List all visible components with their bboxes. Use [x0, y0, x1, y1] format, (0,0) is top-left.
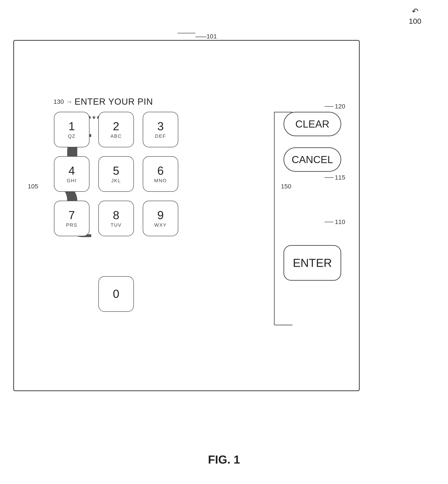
key-3-number: 3	[157, 120, 164, 133]
right-bracket-bottom	[275, 325, 292, 325]
key-5[interactable]: 5 JKL	[98, 156, 134, 192]
outer-box-label-line	[195, 37, 207, 37]
clear-ref-row: 120	[325, 103, 345, 110]
prompt-ref-number: 130	[54, 98, 64, 105]
key-1-number: 1	[69, 120, 75, 133]
key-9[interactable]: 9 WXY	[143, 201, 178, 236]
prompt-ref-row: 130 → ENTER YOUR PIN	[54, 97, 153, 107]
key-7-letters: PRS	[66, 222, 77, 228]
key-4[interactable]: 4 GHI	[54, 156, 89, 192]
enter-ref-number: 110	[335, 218, 345, 226]
clear-button[interactable]: CLEAR	[283, 112, 341, 136]
keypad-grid: 1 QZ 2 ABC 3 DEF 4 GHI 5 JKL 6 MNO 7 PRS	[54, 112, 178, 281]
cancel-button[interactable]: CANCEL	[283, 147, 341, 172]
key-2-letters: ABC	[110, 133, 122, 139]
key-5-number: 5	[113, 164, 120, 177]
right-bracket-vertical	[274, 112, 275, 325]
key-9-letters: WXY	[154, 222, 167, 228]
key-8[interactable]: 8 TUV	[98, 201, 134, 236]
cancel-ref-row: 115	[325, 174, 345, 181]
figure-reference-area: ↶ 100	[409, 7, 421, 25]
key-4-number: 4	[69, 164, 75, 177]
key-9-number: 9	[157, 209, 164, 221]
main-display-box: 130 → ENTER YOUR PIN 125 → ********* { 1…	[13, 40, 360, 391]
key-7[interactable]: 7 PRS	[54, 201, 89, 236]
figure-caption: FIG. 1	[208, 453, 240, 466]
key-3[interactable]: 3 DEF	[143, 112, 178, 147]
key-8-number: 8	[113, 209, 120, 221]
key-6[interactable]: 6 MNO	[143, 156, 178, 192]
key-0[interactable]: 0	[98, 276, 134, 312]
right-bracket-top	[275, 112, 292, 112]
key-2[interactable]: 2 ABC	[98, 112, 134, 147]
key-6-number: 6	[157, 164, 164, 177]
key-7-number: 7	[69, 209, 75, 221]
key-5-letters: JKL	[111, 178, 121, 184]
figure-arrow-icon: ↶	[412, 7, 418, 16]
cancel-ref-number: 115	[335, 174, 345, 181]
outer-box-ref-label: 101	[207, 33, 217, 40]
figure-number: 100	[409, 17, 421, 25]
key-1[interactable]: 1 QZ	[54, 112, 89, 147]
pin-prompt-text: ENTER YOUR PIN	[75, 97, 153, 107]
key-3-letters: DEF	[155, 133, 166, 139]
key-1-letters: QZ	[68, 133, 76, 139]
right-bracket-ref-label: 150	[281, 183, 291, 190]
enter-ref-row: 110	[325, 218, 345, 226]
key-4-letters: GHI	[67, 178, 77, 184]
key-8-letters: TUV	[111, 222, 122, 228]
clear-ref-number: 120	[335, 103, 345, 110]
keypad-ref-label: 105	[28, 183, 38, 190]
prompt-arrow-icon: →	[66, 98, 72, 105]
enter-button[interactable]: ENTER	[283, 245, 341, 281]
key-2-number: 2	[113, 120, 120, 133]
zero-key-container: 0	[98, 276, 134, 312]
key-6-letters: MNO	[154, 178, 167, 184]
outer-box-ref-line	[178, 33, 195, 33]
key-0-number: 0	[113, 287, 120, 300]
